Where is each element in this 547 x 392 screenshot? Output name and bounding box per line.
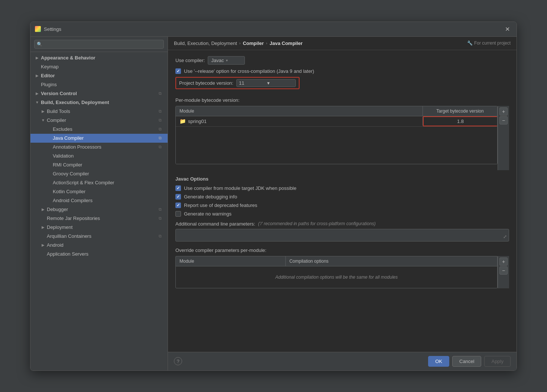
- checkbox-debugging[interactable]: ✓: [175, 194, 181, 200]
- sidebar-item-debugger[interactable]: ▶ Debugger ⧉: [30, 205, 168, 214]
- compiler-dropdown[interactable]: Javac ▾: [208, 56, 245, 65]
- sidebar-item-annotation-processors[interactable]: Annotation Processors ⧉: [30, 143, 168, 152]
- sidebar-item-rmi-compiler[interactable]: RMI Compiler: [30, 161, 168, 169]
- sidebar-item-java-compiler[interactable]: Java Compiler ⧉: [30, 134, 168, 143]
- help-button[interactable]: ?: [174, 357, 182, 365]
- check-icon: ✓: [177, 203, 180, 208]
- sidebar-item-actionscript-compiler[interactable]: ActionScript & Flex Compiler: [30, 178, 168, 187]
- dialog-title: Settings: [44, 26, 503, 32]
- settings-content: Use compiler: Javac ▾ ✓ Use '--release' …: [168, 50, 517, 352]
- chevron-down-icon: ▾: [226, 58, 228, 62]
- table-toolbar: + −: [498, 106, 509, 170]
- close-button[interactable]: ✕: [503, 25, 512, 33]
- app-icon: [35, 26, 41, 32]
- copy-icon: ⧉: [159, 145, 164, 150]
- override-table-container: Module Compilation options Additional co…: [175, 256, 509, 288]
- chevron-down-icon: ▾: [267, 80, 293, 86]
- sidebar-item-label: Editor: [41, 73, 164, 78]
- module-table-main: Module Target bytecode version 📁 spring0…: [175, 106, 498, 170]
- search-icon: 🔍: [37, 42, 42, 47]
- checkbox-module-jdk[interactable]: ✓: [175, 185, 181, 191]
- table-empty-area: [176, 127, 497, 164]
- check-icon: ✓: [177, 186, 180, 191]
- main-panel: Build, Execution, Deployment › Compiler …: [168, 37, 517, 370]
- search-box: 🔍: [30, 37, 168, 52]
- checkbox-no-warnings[interactable]: [175, 211, 181, 217]
- checkbox-label-module-jdk: Use compiler from module target JDK when…: [184, 185, 297, 191]
- col-target-header: Target bytecode version: [423, 106, 497, 116]
- copy-icon: ⧉: [159, 91, 164, 96]
- sidebar-item-excludes[interactable]: Excludes ⧉: [30, 125, 168, 134]
- apply-button[interactable]: Apply: [484, 356, 511, 367]
- search-input[interactable]: [34, 40, 164, 49]
- release-option-checkbox[interactable]: ✓: [175, 68, 181, 74]
- copy-icon: ⧉: [159, 109, 164, 114]
- sidebar-item-label: Arquillian Containers: [47, 233, 157, 239]
- arrow-icon: [46, 189, 52, 195]
- sidebar-item-groovy-compiler[interactable]: Groovy Compiler: [30, 169, 168, 178]
- add-override-button[interactable]: +: [499, 257, 508, 266]
- copy-icon: ⧉: [159, 216, 164, 221]
- sidebar-item-plugins[interactable]: Plugins: [30, 80, 168, 89]
- cancel-button[interactable]: Cancel: [452, 356, 481, 367]
- module-name: spring01: [188, 119, 207, 124]
- use-compiler-row: Use compiler: Javac ▾: [175, 56, 509, 65]
- sidebar-item-build-tools[interactable]: ▶ Build Tools ⧉: [30, 107, 168, 116]
- arrow-icon: ▼: [40, 117, 46, 123]
- compiler-value: Javac: [211, 58, 224, 63]
- sidebar: 🔍 ▶ Appearance & Behavior Keymap ▶ Edito…: [30, 37, 168, 370]
- sidebar-item-kotlin-compiler[interactable]: Kotlin Compiler: [30, 187, 168, 196]
- arrow-icon: [40, 233, 46, 239]
- checkbox-row-deprecated: ✓ Report use of deprecated features: [175, 203, 509, 208]
- sidebar-item-label: Plugins: [41, 82, 164, 87]
- sidebar-item-keymap[interactable]: Keymap: [30, 62, 168, 71]
- ok-button[interactable]: OK: [428, 356, 449, 367]
- breadcrumb-sep-2: ›: [266, 41, 268, 45]
- sidebar-item-build-execution[interactable]: ▼ Build, Execution, Deployment: [30, 98, 168, 107]
- expand-icon[interactable]: ⤢: [503, 234, 507, 239]
- override-table-body: Additional compilation options will be t…: [175, 266, 498, 288]
- sidebar-item-deployment[interactable]: ▶ Deployment: [30, 223, 168, 232]
- sidebar-item-application-servers[interactable]: Application Servers: [30, 250, 168, 259]
- breadcrumb-item-3: Java Compiler: [270, 41, 303, 46]
- checkbox-deprecated[interactable]: ✓: [175, 203, 181, 208]
- sidebar-item-android-compilers[interactable]: Android Compilers: [30, 196, 168, 205]
- additional-params-wrapper: ⤢: [175, 229, 509, 242]
- project-label: For current project: [474, 41, 511, 46]
- copy-icon: ⧉: [159, 127, 164, 132]
- titlebar: Settings ✕: [30, 22, 517, 37]
- sidebar-item-label: RMI Compiler: [53, 162, 164, 168]
- arrow-icon: ▶: [40, 224, 46, 230]
- sidebar-item-appearance[interactable]: ▶ Appearance & Behavior: [30, 54, 168, 62]
- sidebar-item-validation[interactable]: Validation: [30, 152, 168, 161]
- checkbox-label-deprecated: Report use of deprecated features: [184, 203, 257, 208]
- checkbox-row-debugging: ✓ Generate debugging info: [175, 194, 509, 200]
- override-table-main: Module Compilation options Additional co…: [175, 256, 498, 288]
- table-header: Module Target bytecode version: [176, 106, 497, 116]
- arrow-icon: [40, 251, 46, 257]
- sidebar-item-label: Keymap: [41, 64, 164, 69]
- arrow-icon: [46, 126, 52, 132]
- arrow-icon: [46, 144, 52, 150]
- add-module-button[interactable]: +: [499, 107, 508, 116]
- sidebar-item-compiler[interactable]: ▼ Compiler ⧉: [30, 116, 168, 125]
- sidebar-item-label: Appearance & Behavior: [41, 55, 164, 61]
- remove-module-button[interactable]: −: [499, 116, 508, 124]
- target-cell[interactable]: 1.8: [423, 116, 497, 126]
- sidebar-item-android[interactable]: ▶ Android: [30, 241, 168, 250]
- sidebar-item-label: Version Control: [41, 91, 157, 96]
- sidebar-item-label: Android Compilers: [53, 198, 164, 203]
- sidebar-item-editor[interactable]: ▶ Editor: [30, 71, 168, 80]
- sidebar-item-version-control[interactable]: ▶ Version Control ⧉: [30, 89, 168, 98]
- arrow-icon: [46, 135, 52, 141]
- sidebar-item-arquillian[interactable]: Arquillian Containers ⧉: [30, 232, 168, 241]
- table-row[interactable]: 📁 spring01 1.8: [176, 116, 497, 127]
- bytecode-dropdown[interactable]: 11 ▾: [236, 79, 296, 87]
- sidebar-item-remote-jar[interactable]: Remote Jar Repositories ⧉: [30, 214, 168, 223]
- additional-hint: ('/' recommended in paths for cross-plat…: [258, 221, 376, 226]
- additional-params-input[interactable]: [175, 229, 509, 242]
- check-icon: ✓: [177, 194, 180, 199]
- arrow-icon: [40, 216, 46, 221]
- release-option-label: Use '--release' option for cross-compila…: [184, 68, 314, 74]
- remove-override-button[interactable]: −: [499, 266, 508, 275]
